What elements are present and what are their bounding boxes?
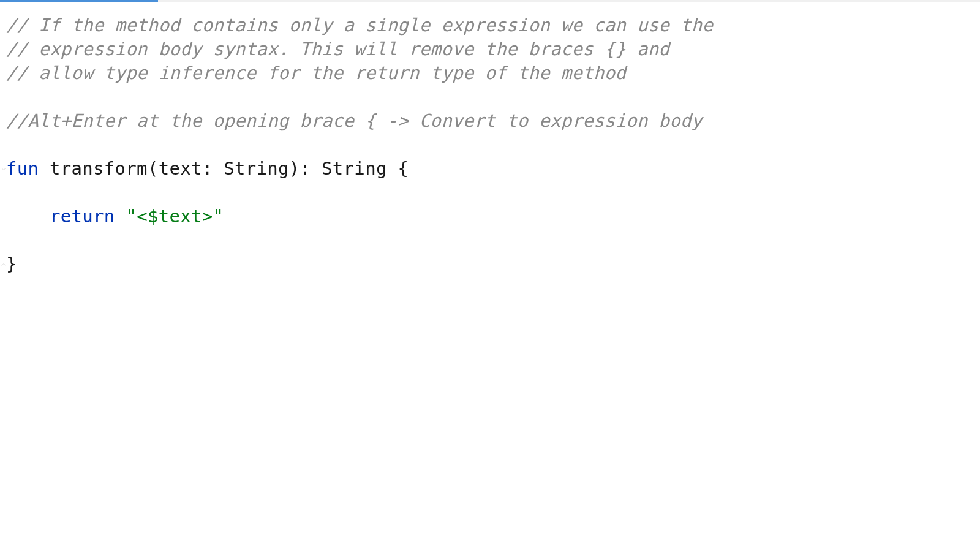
code-line[interactable]: fun transform(text: String): String {: [6, 133, 980, 205]
template-variable: $text: [148, 206, 202, 227]
code-line[interactable]: // expression body syntax. This will rem…: [6, 37, 980, 61]
return-type: String: [322, 158, 387, 179]
progress-indicator: [0, 0, 158, 2]
code-line-empty[interactable]: [6, 85, 980, 109]
top-bar: [0, 0, 980, 2]
param-type: String: [224, 158, 289, 179]
comment-text: //Alt+Enter at the opening brace { -> Co…: [6, 109, 703, 133]
code-line[interactable]: return "<$text>": [6, 205, 980, 228]
paren-close: ): [289, 158, 300, 179]
code-text: return "<$text>": [6, 205, 224, 228]
brace-open: {: [398, 158, 409, 179]
indent: [6, 206, 50, 227]
code-line[interactable]: // allow type inference for the return t…: [6, 61, 980, 85]
code-line[interactable]: }: [6, 228, 980, 300]
param-name: text: [159, 158, 202, 179]
code-line[interactable]: //Alt+Enter at the opening brace { -> Co…: [6, 109, 980, 133]
comment-text: // allow type inference for the return t…: [6, 61, 626, 85]
paren-open: (: [148, 158, 159, 179]
keyword-return: return: [50, 206, 115, 227]
comment-text: // If the method contains only a single …: [6, 13, 713, 37]
code-line[interactable]: // If the method contains only a single …: [6, 13, 980, 37]
string-literal: "<$text>": [126, 206, 224, 227]
code-editor[interactable]: // If the method contains only a single …: [0, 2, 980, 300]
comment-text: // expression body syntax. This will rem…: [6, 37, 669, 61]
